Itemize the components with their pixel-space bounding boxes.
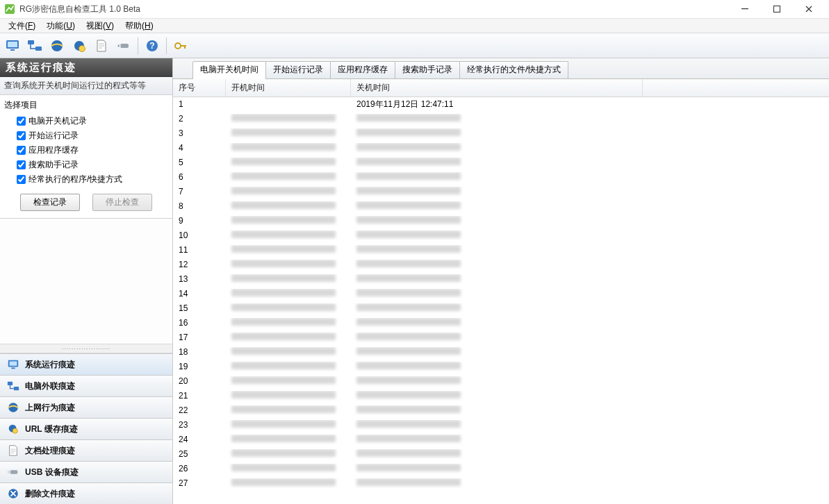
cell-poweron [226, 303, 351, 313]
table-row[interactable]: 23 [173, 418, 829, 432]
svg-rect-1 [741, 8, 748, 9]
checkbox-label: 开始运行记录 [28, 130, 79, 142]
table-row[interactable]: 13 [173, 272, 829, 287]
checkbox-input[interactable] [17, 117, 26, 126]
sidebar-nav-item[interactable]: 文档处理痕迹 [0, 439, 172, 461]
col-header-poweroff[interactable]: 关机时间 [351, 79, 643, 96]
table-row[interactable]: 12019年11月12日 12:47:11 [173, 97, 829, 112]
tool-key-icon[interactable] [171, 36, 190, 56]
sidebar-splitter[interactable]: ···················· [0, 344, 172, 353]
cell-poweron [226, 230, 351, 240]
tool-help-icon[interactable]: ? [142, 36, 162, 56]
table-row[interactable]: 16 [173, 316, 829, 330]
tab[interactable]: 经常执行的文件/快捷方式 [459, 61, 568, 78]
table-row[interactable]: 17 [173, 330, 829, 345]
col-header-index[interactable]: 序号 [173, 79, 226, 96]
svg-point-24 [8, 403, 18, 412]
cell-poweron [226, 405, 351, 415]
cell-poweroff [351, 274, 643, 284]
tool-monitor-icon[interactable] [3, 36, 22, 56]
table-row[interactable]: 6 [173, 170, 829, 185]
svg-rect-28 [8, 471, 11, 473]
tool-network-icon[interactable] [25, 36, 44, 56]
table-row[interactable]: 22 [173, 403, 829, 418]
cell-poweron [226, 128, 351, 138]
table-row[interactable]: 2 [173, 112, 829, 126]
cell-poweroff [351, 318, 643, 328]
sidebar-nav-item[interactable]: 删除文件痕迹 [0, 482, 172, 504]
table-row[interactable]: 18 [173, 345, 829, 360]
cell-poweron [226, 201, 351, 211]
option-checkbox[interactable]: 搜索助手记录 [4, 158, 168, 172]
menu-help[interactable]: 帮助(H) [120, 19, 159, 33]
table-row[interactable]: 14 [173, 287, 829, 301]
option-checkbox[interactable]: 电脑开关机记录 [4, 114, 168, 128]
options-group-label: 选择项目 [4, 99, 168, 111]
nav-item-icon [7, 444, 19, 457]
tool-usb-icon[interactable] [114, 36, 133, 56]
cell-poweron [226, 158, 351, 167]
cell-poweroff [351, 435, 643, 444]
tab[interactable]: 应用程序缓存 [330, 61, 395, 78]
table-row[interactable]: 7 [173, 185, 829, 199]
sidebar-panel-desc: 查询系统开关机时间运行过的程式等等 [0, 77, 172, 95]
tab[interactable]: 电脑开关机时间 [192, 61, 266, 79]
tab[interactable]: 搜索助手记录 [395, 61, 460, 78]
sidebar-nav-item[interactable]: USB 设备痕迹 [0, 461, 172, 482]
cell-poweron [226, 333, 351, 342]
option-checkbox[interactable]: 经常执行的程序/快捷方式 [4, 172, 168, 187]
cell-poweroff [351, 260, 643, 269]
checkbox-input[interactable] [17, 131, 26, 140]
col-header-poweron[interactable]: 开机时间 [226, 79, 351, 96]
table-row[interactable]: 15 [173, 301, 829, 316]
table-row[interactable]: 9 [173, 214, 829, 228]
menu-file[interactable]: 文件(F) [3, 19, 41, 33]
cell-poweroff [351, 376, 643, 386]
sidebar-nav-item[interactable]: 系统运行痕迹 [0, 353, 172, 375]
list-body[interactable]: 12019年11月12日 12:47:112345678910111213141… [173, 97, 829, 504]
table-row[interactable]: 19 [173, 360, 829, 374]
table-row[interactable]: 26 [173, 462, 829, 476]
cell-poweroff [351, 143, 643, 153]
table-row[interactable]: 4 [173, 141, 829, 156]
table-row[interactable]: 10 [173, 228, 829, 243]
table-row[interactable]: 12 [173, 258, 829, 272]
table-row[interactable]: 27 [173, 476, 829, 491]
checkbox-input[interactable] [17, 160, 26, 169]
cell-poweron [226, 172, 351, 182]
sidebar-nav-item[interactable]: 电脑外联痕迹 [0, 375, 172, 396]
checkbox-input[interactable] [17, 146, 26, 155]
tool-browser-icon[interactable] [69, 36, 89, 56]
cell-poweroff [351, 464, 643, 473]
table-row[interactable]: 24 [173, 432, 829, 447]
cell-index: 1 [173, 99, 226, 109]
minimize-button[interactable] [729, 0, 761, 18]
tab[interactable]: 开始运行记录 [265, 61, 331, 78]
checkbox-input[interactable] [17, 175, 26, 184]
option-checkbox[interactable]: 开始运行记录 [4, 128, 168, 143]
stop-check-button[interactable]: 停止检查 [92, 194, 152, 211]
table-row[interactable]: 20 [173, 374, 829, 389]
table-row[interactable]: 11 [173, 243, 829, 258]
option-checkbox[interactable]: 应用程序缓存 [4, 143, 168, 158]
title-bar: RG涉密信息自检查工具 1.0 Beta [0, 0, 829, 18]
nav-item-icon [7, 358, 19, 371]
table-row[interactable]: 3 [173, 126, 829, 141]
table-row[interactable]: 5 [173, 156, 829, 170]
sidebar-nav-item[interactable]: URL 缓存痕迹 [0, 418, 172, 439]
tool-ie-icon[interactable] [47, 36, 67, 56]
table-row[interactable]: 8 [173, 199, 829, 214]
table-row[interactable]: 21 [173, 389, 829, 403]
menu-view[interactable]: 视图(V) [81, 19, 120, 33]
sidebar-nav-item[interactable]: 上网行为痕迹 [0, 396, 172, 418]
close-button[interactable] [793, 0, 825, 18]
maximize-button[interactable] [761, 0, 793, 18]
nav-item-label: 系统运行痕迹 [25, 359, 75, 371]
svg-rect-2 [774, 6, 780, 12]
tool-document-icon[interactable] [92, 36, 111, 56]
svg-rect-23 [14, 387, 19, 390]
check-records-button[interactable]: 检查记录 [20, 194, 80, 211]
cell-poweron [226, 274, 351, 284]
menu-func[interactable]: 功能(U) [41, 19, 81, 33]
table-row[interactable]: 25 [173, 447, 829, 462]
